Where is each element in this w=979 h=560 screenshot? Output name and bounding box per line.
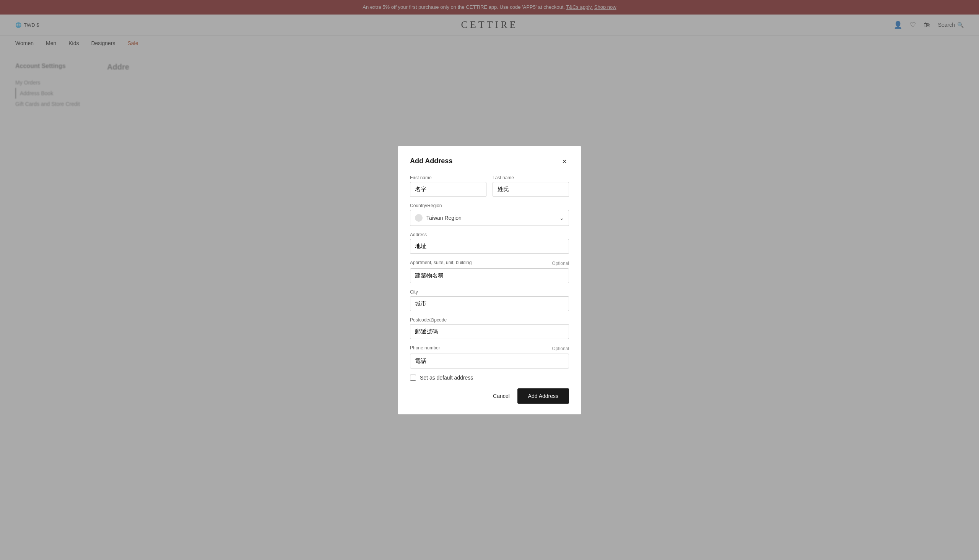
modal-overlay[interactable]: Add Address × First name Last name Count… [0,0,979,121]
